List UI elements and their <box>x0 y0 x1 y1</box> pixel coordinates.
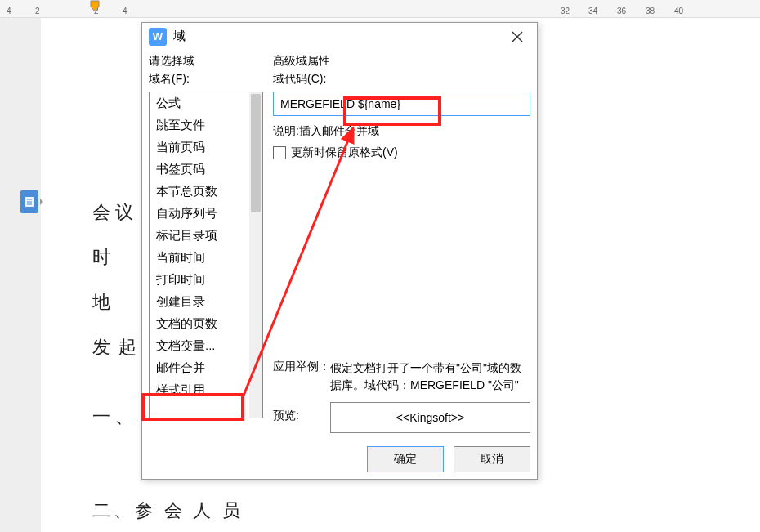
doc-text: 时 <box>92 245 115 270</box>
dialog-titlebar: W 域 <box>142 23 537 51</box>
field-item-mailmerge[interactable]: 邮件合并 <box>150 357 249 379</box>
field-listbox[interactable]: 公式 跳至文件 当前页码 书签页码 本节总页数 自动序列号 标记目录项 当前时间… <box>149 92 263 418</box>
field-item[interactable]: 标记目录项 <box>150 225 249 247</box>
sidebar-doc-icon[interactable] <box>20 190 38 213</box>
field-description: 说明:插入邮件合并域 <box>273 124 530 139</box>
cancel-button[interactable]: 取消 <box>454 446 530 472</box>
field-item[interactable]: 跳至文件 <box>150 114 249 136</box>
field-code-label: 域代码(C): <box>273 72 530 87</box>
field-item[interactable]: 创建目录 <box>150 291 249 313</box>
scrollbar-thumb[interactable] <box>251 94 261 212</box>
field-item[interactable]: 公式 <box>150 92 249 114</box>
advanced-props-header: 高级域属性 <box>273 54 530 69</box>
field-dialog: W 域 请选择域 域名(F): 公式 跳至文件 当前页码 书签页码 本节总页数 … <box>141 22 538 480</box>
scrollbar[interactable] <box>249 92 262 418</box>
doc-text: 会议 <box>92 200 138 225</box>
doc-text: 二、参 会 人 员 <box>92 498 244 523</box>
keep-format-label: 更新时保留原格式(V) <box>291 145 398 160</box>
ok-button[interactable]: 确定 <box>367 446 444 472</box>
field-item[interactable]: 自动序列号 <box>150 203 249 225</box>
app-icon: W <box>149 28 167 46</box>
field-list-header: 请选择域 <box>149 54 263 69</box>
field-code-input[interactable] <box>273 92 530 116</box>
field-item[interactable]: 打印时间 <box>150 269 249 291</box>
close-icon <box>512 31 523 42</box>
field-item[interactable]: 样式引用 <box>150 379 249 401</box>
field-item[interactable]: 文档变量... <box>150 335 249 357</box>
dialog-title: 域 <box>173 29 504 44</box>
example-text: 假定文档打开了一个带有"公司"域的数据库。域代码：MERGEFIELD "公司" <box>330 360 530 394</box>
field-name-label: 域名(F): <box>149 72 263 87</box>
field-list-panel: 请选择域 域名(F): 公式 跳至文件 当前页码 书签页码 本节总页数 自动序列… <box>149 54 263 472</box>
field-item[interactable]: 当前时间 <box>150 247 249 269</box>
field-item[interactable]: 文档的页数 <box>150 313 249 335</box>
field-item[interactable]: 本节总页数 <box>150 181 249 203</box>
ruler: 4 2 2 4 32 34 36 38 40 <box>0 0 760 18</box>
keep-format-checkbox[interactable] <box>273 146 286 159</box>
field-item[interactable]: 书签页码 <box>150 159 249 181</box>
doc-text: 一、 <box>92 405 138 429</box>
close-button[interactable] <box>504 25 530 48</box>
field-properties-panel: 高级域属性 域代码(C): 说明:插入邮件合并域 更新时保留原格式(V) 应用举… <box>263 54 530 472</box>
doc-text: 地 <box>92 290 115 315</box>
doc-text: 发 起 <box>92 335 138 360</box>
preview-label: 预览: <box>273 402 330 423</box>
field-item[interactable]: 当前页码 <box>150 136 249 159</box>
example-label: 应用举例： <box>273 360 330 394</box>
indent-marker-icon[interactable] <box>90 0 100 15</box>
preview-box: <<Kingsoft>> <box>330 402 530 433</box>
